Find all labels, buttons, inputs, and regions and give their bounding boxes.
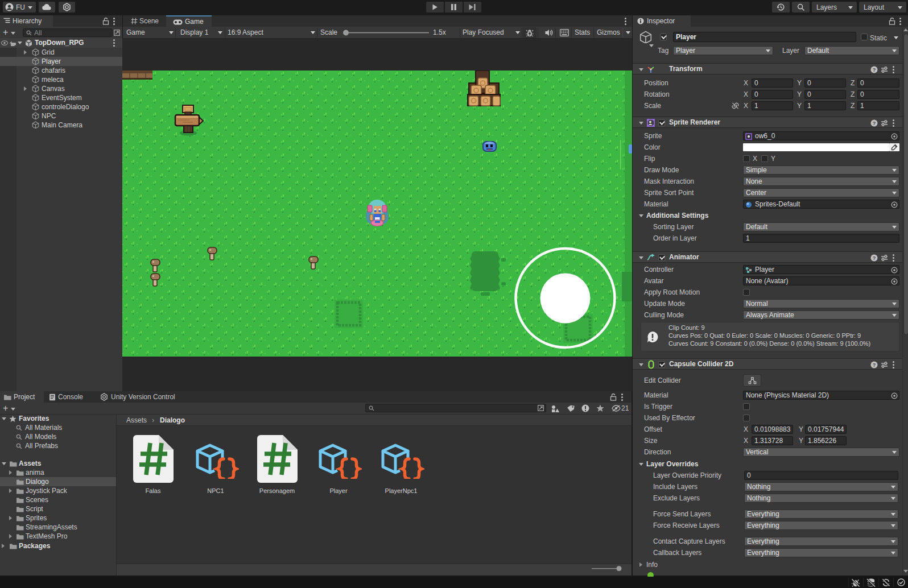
svg-text:?: ?	[873, 67, 876, 73]
svg-text:?: ?	[873, 362, 876, 368]
svg-text:?: ?	[873, 121, 876, 126]
svg-text:?: ?	[873, 255, 876, 261]
